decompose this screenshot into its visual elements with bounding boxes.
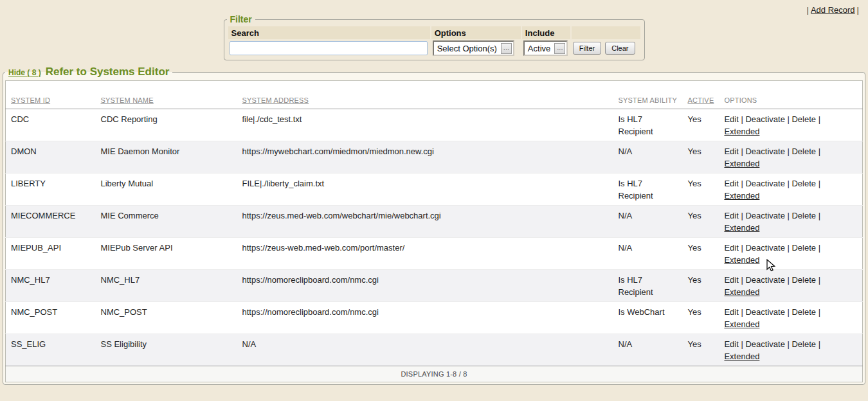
option-link-deactivate[interactable]: Deactivate bbox=[745, 179, 784, 188]
system-ability-cell: Is HL7 Recipient bbox=[613, 270, 683, 302]
option-link-edit[interactable]: Edit bbox=[724, 211, 738, 220]
options-cell: Edit | Deactivate | Delete | Extended bbox=[719, 109, 862, 141]
pipe-separator: | bbox=[857, 5, 859, 15]
system-address-cell: https://zeus.med-web.com/webchart/mie/we… bbox=[237, 206, 613, 238]
option-link-deactivate[interactable]: Deactivate bbox=[745, 275, 784, 285]
page-title: Refer to Systems Editor bbox=[46, 66, 170, 78]
system-name-cell: MIE Daemon Monitor bbox=[96, 141, 237, 174]
option-link-edit[interactable]: Edit bbox=[724, 179, 738, 188]
options-cell: Edit | Deactivate | Delete | Extended bbox=[719, 206, 862, 238]
active-cell: Yes bbox=[683, 174, 719, 206]
table-row: MIEPUB_APIMIEPub Server APIhttps://zeus-… bbox=[6, 238, 863, 270]
option-link-deactivate[interactable]: Deactivate bbox=[745, 339, 784, 349]
search-input[interactable] bbox=[230, 41, 428, 55]
option-link-deactivate[interactable]: Deactivate bbox=[745, 147, 784, 156]
option-link-delete[interactable]: Delete bbox=[791, 307, 816, 317]
option-link-extended[interactable]: Extended bbox=[724, 159, 759, 168]
system-ability-cell: N/A bbox=[613, 238, 683, 270]
option-link-extended[interactable]: Extended bbox=[724, 127, 759, 136]
filter-column-include: Include bbox=[522, 26, 570, 39]
options-cell: Edit | Deactivate | Delete | Extended bbox=[719, 141, 862, 174]
filter-column-search: Search bbox=[228, 26, 430, 39]
system-id-cell: MIEPUB_API bbox=[6, 238, 96, 270]
filter-controls-row: Select Option(s)... Active... FilterClea… bbox=[228, 40, 640, 57]
column-header-active[interactable]: ACTIVE bbox=[683, 81, 719, 109]
option-link-extended[interactable]: Extended bbox=[724, 191, 759, 201]
column-header-system-name[interactable]: SYSTEM NAME bbox=[96, 81, 237, 109]
system-ability-cell: Is WebChart bbox=[613, 302, 683, 334]
system-address-cell: FILE|./liberty_claim.txt bbox=[237, 174, 613, 206]
system-address-cell: https://zeus-web.med-web.com/port/master… bbox=[237, 238, 613, 270]
active-cell: Yes bbox=[683, 334, 719, 366]
option-link-extended[interactable]: Extended bbox=[724, 255, 759, 265]
option-link-deactivate[interactable]: Deactivate bbox=[745, 243, 784, 253]
option-link-edit[interactable]: Edit bbox=[724, 243, 738, 253]
filter-header-row: Search Options Include bbox=[228, 26, 640, 39]
table-row: DMONMIE Daemon Monitorhttps://mywebchart… bbox=[6, 141, 863, 174]
option-link-edit[interactable]: Edit bbox=[724, 339, 738, 349]
system-name-cell: SS Eligibility bbox=[96, 334, 237, 366]
option-link-edit[interactable]: Edit bbox=[724, 307, 738, 317]
pipe-separator: | bbox=[807, 5, 809, 15]
option-link-extended[interactable]: Extended bbox=[724, 223, 759, 233]
system-name-cell: MIEPub Server API bbox=[96, 238, 237, 270]
option-link-delete[interactable]: Delete bbox=[791, 243, 816, 253]
option-link-delete[interactable]: Delete bbox=[791, 275, 816, 285]
hide-toggle-link[interactable]: Hide ( 8 ) bbox=[8, 68, 41, 77]
option-link-deactivate[interactable]: Deactivate bbox=[745, 307, 784, 317]
option-link-edit[interactable]: Edit bbox=[724, 147, 738, 156]
ellipsis-button-icon[interactable]: ... bbox=[501, 43, 512, 54]
option-link-delete[interactable]: Delete bbox=[791, 339, 816, 349]
table-row: NMC_HL7NMC_HL7https://nomoreclipboard.co… bbox=[6, 270, 863, 302]
option-link-delete[interactable]: Delete bbox=[791, 179, 816, 188]
option-link-deactivate[interactable]: Deactivate bbox=[745, 211, 784, 220]
table-row: SS_ELIGSS EligibilityN/AN/AYesEdit | Dea… bbox=[6, 334, 863, 366]
option-link-extended[interactable]: Extended bbox=[724, 319, 759, 329]
column-header-system-id[interactable]: SYSTEM ID bbox=[6, 81, 96, 109]
options-cell: Edit | Deactivate | Delete | Extended bbox=[719, 238, 862, 270]
options-multiselect-label: Select Option(s) bbox=[437, 44, 497, 53]
option-link-extended[interactable]: Extended bbox=[724, 287, 759, 297]
system-address-cell: https://nomoreclipboard.com/nmc.cgi bbox=[237, 302, 613, 334]
system-name-cell: MIE Commerce bbox=[96, 206, 237, 238]
active-cell: Yes bbox=[683, 206, 719, 238]
system-id-cell: DMON bbox=[6, 141, 96, 174]
systems-editor-legend: Hide ( 8 )Refer to Systems Editor bbox=[5, 66, 172, 78]
table-row: LIBERTYLiberty MutualFILE|./liberty_clai… bbox=[6, 174, 863, 206]
system-ability-cell: Is HL7 Recipient bbox=[613, 174, 683, 206]
option-link-extended[interactable]: Extended bbox=[724, 352, 759, 361]
options-multiselect[interactable]: Select Option(s)... bbox=[433, 40, 514, 56]
active-cell: Yes bbox=[683, 238, 719, 270]
system-id-cell: CDC bbox=[6, 109, 96, 141]
table-row: MIECOMMERCEMIE Commercehttps://zeus.med-… bbox=[6, 206, 863, 238]
option-link-deactivate[interactable]: Deactivate bbox=[745, 114, 784, 124]
system-address-cell: https://mywebchart.com/miedmon/miedmon.n… bbox=[237, 141, 613, 174]
option-link-delete[interactable]: Delete bbox=[791, 114, 816, 124]
systems-table-body: CDCCDC Reportingfile|./cdc_test.txtIs HL… bbox=[6, 109, 863, 366]
column-header-options: OPTIONS bbox=[719, 81, 862, 109]
table-row: CDCCDC Reportingfile|./cdc_test.txtIs HL… bbox=[6, 109, 863, 141]
clear-button[interactable]: Clear bbox=[605, 42, 635, 55]
system-ability-cell: N/A bbox=[613, 141, 683, 174]
option-link-edit[interactable]: Edit bbox=[724, 275, 738, 285]
system-ability-cell: N/A bbox=[613, 334, 683, 366]
active-cell: Yes bbox=[683, 302, 719, 334]
active-cell: Yes bbox=[683, 141, 719, 174]
option-link-edit[interactable]: Edit bbox=[724, 114, 738, 124]
column-header-system-address[interactable]: SYSTEM ADDRESS bbox=[237, 81, 613, 109]
include-multiselect[interactable]: Active... bbox=[523, 40, 568, 56]
options-cell: Edit | Deactivate | Delete | Extended bbox=[719, 174, 862, 206]
system-name-cell: NMC_POST bbox=[96, 302, 237, 334]
system-address-cell: https://nomoreclipboard.com/nmc.cgi bbox=[237, 270, 613, 302]
option-link-delete[interactable]: Delete bbox=[791, 147, 816, 156]
options-cell: Edit | Deactivate | Delete | Extended bbox=[719, 270, 862, 302]
system-ability-cell: Is HL7 Recipient bbox=[613, 109, 683, 141]
filter-button[interactable]: Filter bbox=[573, 42, 601, 55]
ellipsis-button-icon[interactable]: ... bbox=[554, 43, 565, 54]
system-address-cell: N/A bbox=[237, 334, 613, 366]
system-id-cell: NMC_HL7 bbox=[6, 270, 96, 302]
option-link-delete[interactable]: Delete bbox=[791, 211, 816, 220]
add-record-link[interactable]: Add Record bbox=[811, 5, 855, 15]
column-header-system-ability: SYSTEM ABILITY bbox=[613, 81, 683, 109]
options-cell: Edit | Deactivate | Delete | Extended bbox=[719, 334, 862, 366]
